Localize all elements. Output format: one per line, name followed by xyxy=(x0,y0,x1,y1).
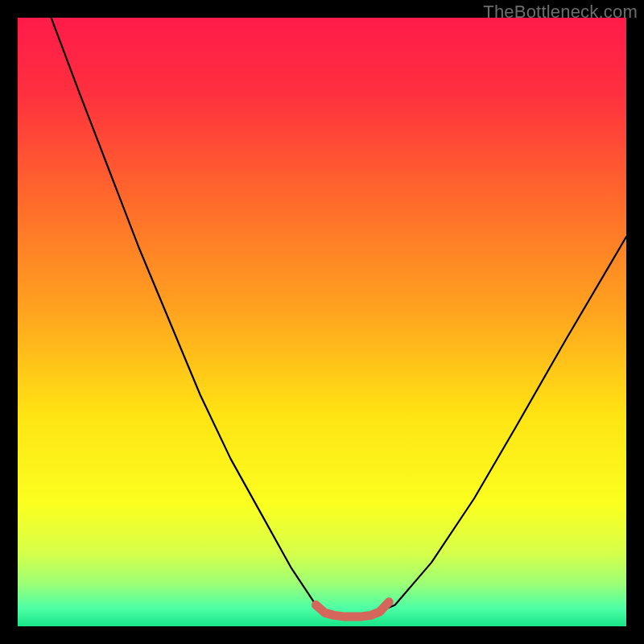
curve-layer xyxy=(18,18,626,626)
bottleneck-curve xyxy=(52,18,626,615)
chart-frame: TheBottleneck.com xyxy=(0,0,644,644)
watermark-text: TheBottleneck.com xyxy=(483,2,638,23)
plot-area xyxy=(18,18,626,626)
minimum-marker xyxy=(316,602,389,617)
